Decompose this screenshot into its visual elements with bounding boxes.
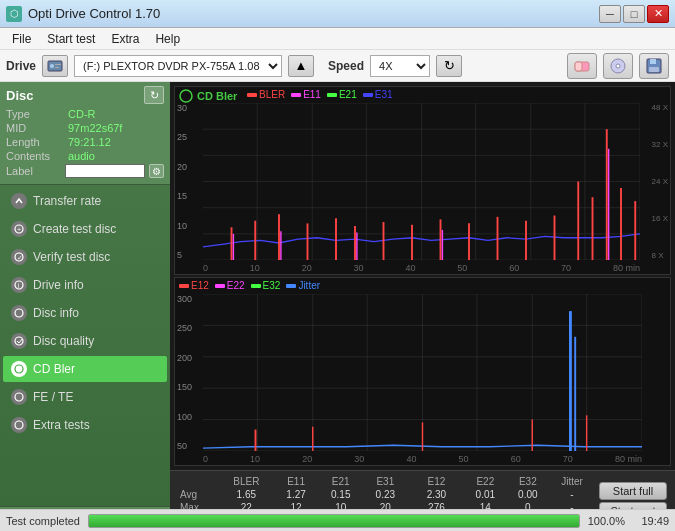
app-icon: ⬡ [6, 6, 22, 22]
chart2-svg [203, 294, 642, 451]
legend-bler-dot [247, 93, 257, 97]
window-controls: ─ □ ✕ [599, 5, 669, 23]
stats-label-avg: Avg [178, 488, 220, 501]
stats-avg-bler: 1.65 [220, 488, 273, 501]
legend-e11-dot [291, 93, 301, 97]
app-title: Opti Drive Control 1.70 [28, 6, 160, 21]
sidebar-item-drive-info[interactable]: i Drive info [3, 272, 167, 298]
drive-select[interactable]: (F:) PLEXTOR DVDR PX-755A 1.08 [74, 55, 282, 77]
cd-bler-label: CD Bler [33, 362, 75, 376]
stats-avg-jitter: - [549, 488, 595, 501]
sidebar-item-disc-quality[interactable]: Disc quality [3, 328, 167, 354]
cd-bler-icon [11, 361, 27, 377]
sidebar-item-disc-info[interactable]: Disc info [3, 300, 167, 326]
content-area: CD Bler BLER E11 E21 [170, 82, 675, 531]
legend-bler: BLER [247, 89, 285, 100]
chart1-y-labels: 30 25 20 15 10 5 [177, 103, 187, 260]
svg-point-22 [180, 90, 192, 102]
legend-e12-dot [179, 284, 189, 288]
legend-e31: E31 [363, 89, 393, 100]
legend-bler-label: BLER [259, 89, 285, 100]
close-button[interactable]: ✕ [647, 5, 669, 23]
menu-help[interactable]: Help [147, 30, 188, 48]
svg-point-19 [15, 365, 23, 373]
create-test-disc-label: Create test disc [33, 222, 116, 236]
legend-e22: E22 [215, 280, 245, 291]
sidebar-item-verify-test-disc[interactable]: ✓ Verify test disc [3, 244, 167, 270]
progress-bar-container: Test completed 100.0% 19:49 [0, 509, 675, 531]
sidebar-item-transfer-rate[interactable]: Transfer rate [3, 188, 167, 214]
disc-refresh-button[interactable]: ↻ [144, 86, 164, 104]
disc-mid-val: 97m22s67f [68, 122, 122, 134]
start-full-button[interactable]: Start full [599, 482, 667, 500]
verify-test-disc-icon: ✓ [11, 249, 27, 265]
sidebar-item-create-test-disc[interactable]: + Create test disc [3, 216, 167, 242]
fe-te-icon [11, 389, 27, 405]
legend-e21-dot [327, 93, 337, 97]
drive-toolbar: Drive (F:) PLEXTOR DVDR PX-755A 1.08 ▲ S… [0, 50, 675, 82]
eraser-button[interactable] [567, 53, 597, 79]
cd-bler-chart-icon [179, 89, 193, 103]
stats-col-e12: E12 [409, 475, 464, 488]
stats-col-e31: E31 [362, 475, 409, 488]
legend-e32-dot [251, 284, 261, 288]
sidebar: Disc ↻ Type CD-R MID 97m22s67f Length 79… [0, 82, 170, 531]
chart1-y-right-labels: 48 X 32 X 24 X 16 X 8 X [652, 103, 668, 260]
sidebar-item-cd-bler[interactable]: CD Bler [3, 356, 167, 382]
disc-contents-key: Contents [6, 150, 64, 162]
progress-time: 19:49 [633, 515, 669, 527]
legend-jitter-dot [286, 284, 296, 288]
chart1-x-labels: 0 10 20 30 40 50 60 70 80 min [203, 263, 640, 273]
sidebar-item-fe-te[interactable]: FE / TE [3, 384, 167, 410]
extra-tests-label: Extra tests [33, 418, 90, 432]
menu-extra[interactable]: Extra [103, 30, 147, 48]
legend-jitter-label: Jitter [298, 280, 320, 291]
progress-bar-inner [89, 515, 579, 527]
minimize-button[interactable]: ─ [599, 5, 621, 23]
sidebar-item-extra-tests[interactable]: Extra tests [3, 412, 167, 438]
stats-avg-e11: 1.27 [273, 488, 320, 501]
stats-avg-e31: 0.23 [362, 488, 409, 501]
fe-te-label: FE / TE [33, 390, 73, 404]
svg-rect-9 [650, 59, 656, 64]
eject-button[interactable]: ▲ [288, 55, 314, 77]
save-button[interactable] [639, 53, 669, 79]
svg-rect-3 [55, 67, 59, 68]
stats-avg-e22: 0.01 [464, 488, 506, 501]
disc-length-val: 79:21.12 [68, 136, 111, 148]
legend-e11: E11 [291, 89, 321, 100]
disc-label-input[interactable] [65, 164, 145, 178]
svg-point-18 [15, 337, 23, 345]
disc-mid-key: MID [6, 122, 64, 134]
disc-length-key: Length [6, 136, 64, 148]
title-bar-left: ⬡ Opti Drive Control 1.70 [6, 6, 160, 22]
chart1-legend: BLER E11 E21 E31 [247, 89, 393, 100]
disc-label-settings-button[interactable]: ⚙ [149, 164, 164, 178]
drive-info-icon: i [11, 277, 27, 293]
svg-point-1 [50, 64, 54, 68]
stats-col-e11: E11 [273, 475, 320, 488]
disc-contents-val: audio [68, 150, 95, 162]
legend-e32-label: E32 [263, 280, 281, 291]
disc-info-section: Disc ↻ Type CD-R MID 97m22s67f Length 79… [0, 82, 170, 185]
disc-quality-icon [11, 333, 27, 349]
chart1-title: CD Bler [197, 90, 237, 102]
stats-row-avg: Avg 1.65 1.27 0.15 0.23 2.30 0.01 0.00 - [178, 488, 595, 501]
chart1-svg [203, 103, 640, 260]
refresh-button[interactable]: ↻ [436, 55, 462, 77]
legend-e21-label: E21 [339, 89, 357, 100]
drive-label: Drive [6, 59, 36, 73]
disc-button[interactable] [603, 53, 633, 79]
menu-start-test[interactable]: Start test [39, 30, 103, 48]
disc-section-title: Disc [6, 88, 33, 103]
maximize-button[interactable]: □ [623, 5, 645, 23]
chart2-y-labels: 300 250 200 150 100 50 [177, 294, 192, 451]
stats-avg-e12: 2.30 [409, 488, 464, 501]
speed-select[interactable]: 4X [370, 55, 430, 77]
svg-text:✓: ✓ [17, 254, 23, 261]
legend-e11-label: E11 [303, 89, 321, 100]
menu-file[interactable]: File [4, 30, 39, 48]
progress-label: Test completed [6, 515, 80, 527]
legend-e31-dot [363, 93, 373, 97]
svg-text:+: + [17, 226, 21, 233]
